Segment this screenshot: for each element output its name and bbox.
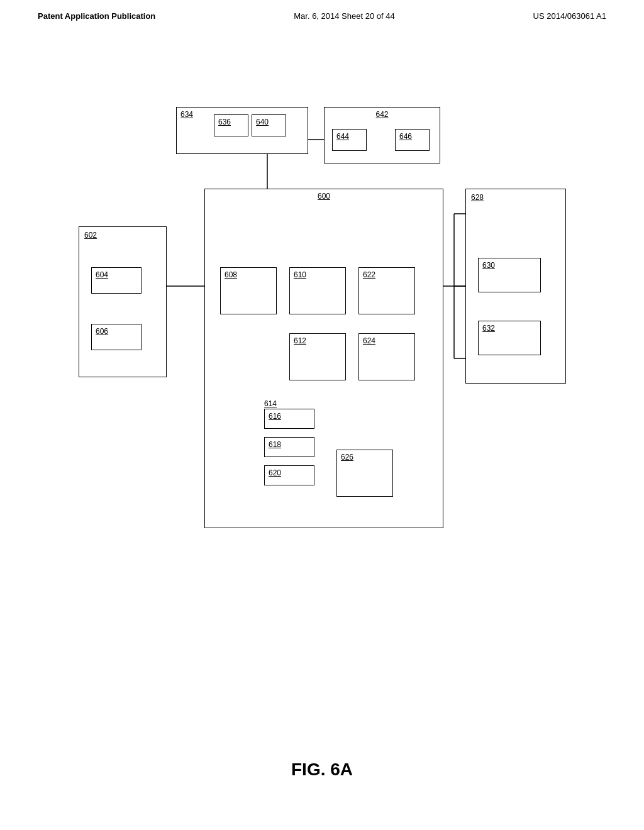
box-630: 630 (478, 258, 541, 292)
box-610: 610 (289, 267, 346, 314)
label-610: 610 (294, 270, 306, 279)
publication-label: Patent Application Publication (38, 11, 155, 21)
label-614-area: 614 (264, 397, 277, 409)
box-624: 624 (358, 333, 415, 380)
label-612: 612 (294, 336, 306, 345)
label-618: 618 (269, 440, 281, 449)
label-624: 624 (363, 336, 375, 345)
label-606: 606 (96, 327, 108, 336)
label-632: 632 (482, 324, 495, 333)
label-622: 622 (363, 270, 375, 279)
box-626: 626 (336, 450, 393, 497)
figure-caption: FIG. 6A (291, 760, 353, 780)
box-632: 632 (478, 321, 541, 355)
label-626: 626 (341, 453, 353, 462)
box-616: 616 (264, 409, 314, 429)
label-640: 640 (256, 118, 269, 126)
box-606: 606 (91, 324, 142, 350)
box-646: 646 (395, 129, 430, 151)
box-608: 608 (220, 267, 277, 314)
box-612: 612 (289, 333, 346, 380)
label-620: 620 (269, 468, 281, 477)
box-640: 640 (252, 114, 286, 136)
diagram-area: 634 636 640 642 644 646 600 602 604 606 … (38, 88, 606, 704)
box-644: 644 (332, 129, 367, 151)
label-634: 634 (180, 110, 193, 119)
box-604: 604 (91, 267, 142, 294)
label-616: 616 (269, 412, 281, 421)
label-628: 628 (471, 193, 484, 202)
label-630: 630 (482, 261, 495, 270)
box-left-group: 602 (79, 226, 167, 377)
label-614: 614 (264, 399, 277, 408)
label-644: 644 (336, 132, 349, 141)
patent-number: US 2014/063061 A1 (533, 11, 606, 21)
label-600: 600 (318, 192, 330, 201)
label-642: 642 (375, 110, 388, 119)
label-646: 646 (399, 132, 412, 141)
box-622: 622 (358, 267, 415, 314)
label-636: 636 (218, 118, 231, 126)
label-608: 608 (225, 270, 237, 279)
box-620: 620 (264, 465, 314, 485)
label-602: 602 (84, 231, 97, 240)
page-header: Patent Application Publication Mar. 6, 2… (0, 0, 644, 21)
box-618: 618 (264, 437, 314, 457)
box-636: 636 (214, 114, 248, 136)
label-604: 604 (96, 270, 108, 279)
sheet-info: Mar. 6, 2014 Sheet 20 of 44 (294, 11, 394, 21)
